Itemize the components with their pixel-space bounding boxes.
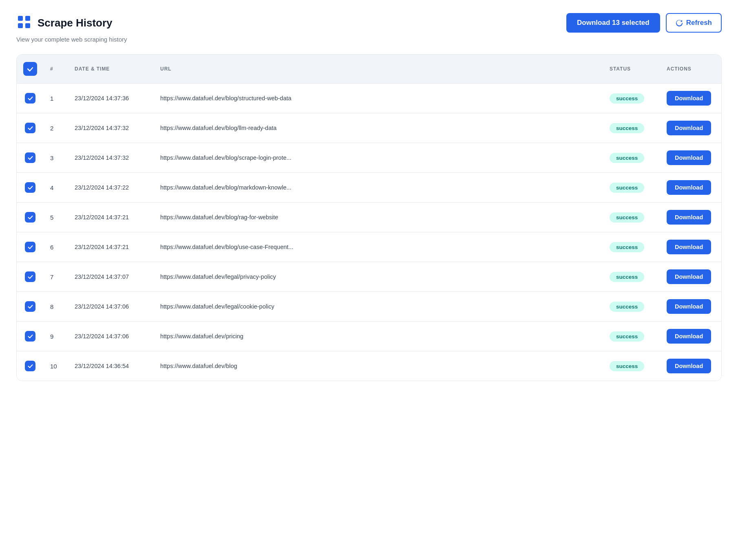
row-checkbox-cell — [17, 173, 44, 203]
row-actions-cell: Download — [660, 292, 721, 322]
row-number: 5 — [44, 203, 68, 232]
row-url: https://www.datafuel.dev/blog/use-case-F… — [154, 232, 603, 262]
row-checkbox[interactable] — [25, 271, 35, 282]
row-actions-cell: Download — [660, 173, 721, 203]
col-header-url: URL — [154, 55, 603, 84]
row-number: 2 — [44, 113, 68, 143]
checkbox-checked[interactable] — [25, 331, 35, 342]
checkbox-checked[interactable] — [25, 123, 35, 133]
row-checkbox[interactable] — [25, 152, 35, 163]
download-button[interactable]: Download — [667, 210, 711, 225]
status-badge: success — [610, 153, 644, 163]
download-button[interactable]: Download — [667, 299, 711, 314]
download-button[interactable]: Download — [667, 121, 711, 135]
checkbox-checked[interactable] — [25, 242, 35, 252]
svg-rect-1 — [25, 16, 30, 21]
row-number: 6 — [44, 232, 68, 262]
download-button[interactable]: Download — [667, 180, 711, 195]
download-selected-button[interactable]: Download 13 selected — [566, 13, 660, 33]
row-date: 23/12/2024 14:37:21 — [68, 232, 154, 262]
row-checkbox[interactable] — [25, 123, 35, 133]
row-date: 23/12/2024 14:37:07 — [68, 262, 154, 292]
row-checkbox[interactable] — [25, 331, 35, 342]
row-url: https://www.datafuel.dev/legal/privacy-p… — [154, 262, 603, 292]
row-checkbox-cell — [17, 203, 44, 232]
check-all-icon — [26, 65, 34, 73]
table-row: 6 23/12/2024 14:37:21 https://www.datafu… — [17, 232, 721, 262]
download-button[interactable]: Download — [667, 91, 711, 106]
row-checkbox-cell — [17, 351, 44, 381]
row-url: https://www.datafuel.dev/legal/cookie-po… — [154, 292, 603, 322]
col-header-date: DATE & TIME — [68, 55, 154, 84]
row-number: 9 — [44, 322, 68, 351]
checkbox-checked[interactable] — [25, 301, 35, 312]
row-checkbox-cell — [17, 322, 44, 351]
row-status-cell: success — [603, 351, 660, 381]
row-checkbox[interactable] — [25, 93, 35, 104]
select-all-checkbox[interactable] — [23, 62, 37, 76]
checkbox-checked[interactable] — [25, 182, 35, 193]
row-number: 7 — [44, 262, 68, 292]
status-badge: success — [610, 302, 644, 312]
row-number: 8 — [44, 292, 68, 322]
table-row: 8 23/12/2024 14:37:06 https://www.datafu… — [17, 292, 721, 322]
row-url: https://www.datafuel.dev/pricing — [154, 322, 603, 351]
row-checkbox-cell — [17, 292, 44, 322]
checkbox-checked[interactable] — [25, 152, 35, 163]
checkmark-icon — [27, 244, 33, 250]
table-body: 1 23/12/2024 14:37:36 https://www.datafu… — [17, 84, 721, 381]
row-number: 4 — [44, 173, 68, 203]
refresh-button[interactable]: Refresh — [666, 13, 722, 33]
table-header-row: # DATE & TIME URL STATUS ACTIONS — [17, 55, 721, 84]
download-button[interactable]: Download — [667, 329, 711, 344]
row-checkbox-cell — [17, 84, 44, 113]
row-actions-cell: Download — [660, 143, 721, 173]
table-row: 2 23/12/2024 14:37:32 https://www.datafu… — [17, 113, 721, 143]
status-badge: success — [610, 361, 644, 371]
row-status-cell: success — [603, 173, 660, 203]
row-url: https://www.datafuel.dev/blog/markdown-k… — [154, 173, 603, 203]
row-checkbox-cell — [17, 113, 44, 143]
row-url: https://www.datafuel.dev/blog/scrape-log… — [154, 143, 603, 173]
row-checkbox-cell — [17, 232, 44, 262]
col-header-status: STATUS — [603, 55, 660, 84]
checkbox-checked[interactable] — [25, 361, 35, 371]
table-row: 5 23/12/2024 14:37:21 https://www.datafu… — [17, 203, 721, 232]
grid-icon — [16, 14, 32, 31]
status-badge: success — [610, 123, 644, 133]
row-checkbox[interactable] — [25, 212, 35, 223]
header-left: Scrape History — [16, 14, 113, 31]
svg-rect-0 — [18, 16, 23, 21]
row-status-cell: success — [603, 143, 660, 173]
row-checkbox[interactable] — [25, 182, 35, 193]
col-header-num: # — [44, 55, 68, 84]
status-badge: success — [610, 242, 644, 252]
page-subtitle: View your complete web scraping history — [16, 36, 722, 43]
row-status-cell: success — [603, 113, 660, 143]
checkmark-icon — [27, 125, 33, 131]
checkmark-icon — [27, 95, 33, 101]
table-row: 3 23/12/2024 14:37:32 https://www.datafu… — [17, 143, 721, 173]
checkmark-icon — [27, 185, 33, 191]
checkbox-checked[interactable] — [25, 271, 35, 282]
row-checkbox[interactable] — [25, 361, 35, 371]
checkmark-icon — [27, 155, 33, 161]
col-header-check — [17, 55, 44, 84]
download-button[interactable]: Download — [667, 240, 711, 254]
download-button[interactable]: Download — [667, 269, 711, 284]
row-status-cell: success — [603, 262, 660, 292]
row-status-cell: success — [603, 322, 660, 351]
row-checkbox[interactable] — [25, 301, 35, 312]
checkbox-checked[interactable] — [25, 93, 35, 104]
row-checkbox[interactable] — [25, 242, 35, 252]
checkbox-checked[interactable] — [25, 212, 35, 223]
row-status-cell: success — [603, 84, 660, 113]
download-button[interactable]: Download — [667, 359, 711, 373]
download-button[interactable]: Download — [667, 150, 711, 165]
status-badge: success — [610, 212, 644, 223]
row-date: 23/12/2024 14:37:32 — [68, 113, 154, 143]
status-badge: success — [610, 93, 644, 104]
table-row: 1 23/12/2024 14:37:36 https://www.datafu… — [17, 84, 721, 113]
row-checkbox-cell — [17, 262, 44, 292]
row-actions-cell: Download — [660, 203, 721, 232]
